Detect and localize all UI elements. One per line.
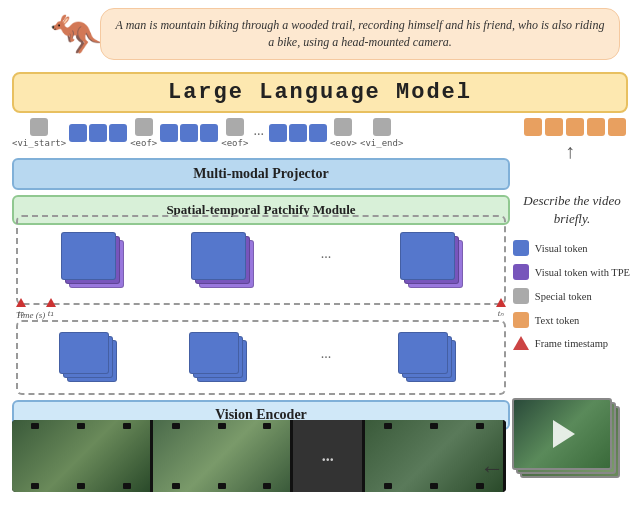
blue-token-group-2	[160, 124, 218, 142]
patch-stack-4	[59, 332, 124, 384]
legend-label-text-token: Text token	[535, 315, 579, 326]
patch-layer-2-front	[191, 232, 246, 280]
patch-stack-6	[398, 332, 463, 384]
perf-17	[430, 483, 438, 489]
perf-8	[218, 423, 226, 429]
blue-tok-7	[269, 124, 287, 142]
eof2-label: <eof>	[221, 138, 248, 148]
blue-tok-2	[89, 124, 107, 142]
perf-7	[172, 423, 180, 429]
text-tok-1	[524, 118, 542, 136]
caption-text: A man is mountain biking through a woode…	[116, 18, 605, 49]
perf-top-2	[153, 423, 291, 429]
kangaroo-icon: 🦘	[48, 4, 103, 64]
perf-top-1	[12, 423, 150, 429]
perf-bottom-3	[365, 483, 503, 489]
text-token-group-right	[524, 118, 626, 136]
legend-label-visual-token-tpe: Visual token with TPE	[535, 267, 630, 278]
perf-4	[31, 483, 39, 489]
blue-tok-9	[309, 124, 327, 142]
vi-end-token-group: <vi_end>	[360, 118, 403, 148]
token-row: <vi_start> <eof> <eof> ...	[12, 118, 510, 148]
eof1-token	[135, 118, 153, 136]
patch-layer-1-front	[61, 232, 116, 280]
patch-stack-3	[398, 230, 463, 290]
perf-6	[123, 483, 131, 489]
perf-18	[476, 483, 484, 489]
eov-label: <eov>	[330, 138, 357, 148]
blue-tok-6	[200, 124, 218, 142]
triangle-t0	[16, 298, 26, 307]
perf-16	[384, 483, 392, 489]
patch-layer-6-front	[398, 332, 448, 374]
blue-tok-8	[289, 124, 307, 142]
perf-bottom-2	[153, 483, 291, 489]
legend-label-frame-timestamp: Frame timestamp	[535, 338, 608, 349]
timestamp-t1: t₁	[46, 298, 56, 318]
upper-patch-area: ...	[16, 215, 506, 305]
perf-1	[31, 423, 39, 429]
eov-token-group: <eov>	[330, 118, 357, 148]
text-tok-2	[545, 118, 563, 136]
ts-label-tn: tₙ	[498, 308, 505, 318]
triangle-t1	[46, 298, 56, 307]
legend-item-visual-token-tpe: Visual token with TPE	[513, 264, 630, 280]
legend-swatch-purple	[513, 264, 529, 280]
arrow-up-icon: ↑	[565, 140, 575, 163]
legend-item-visual-token: Visual token	[513, 240, 630, 256]
time-s-label: Time (s)	[16, 310, 45, 320]
triangle-tn	[496, 298, 506, 307]
token-dots-middle: ...	[253, 123, 264, 143]
film-frame-2	[153, 420, 294, 492]
vi-end-token	[373, 118, 391, 136]
text-tok-5	[608, 118, 626, 136]
right-video-stack	[512, 398, 632, 488]
text-tok-3	[566, 118, 584, 136]
patch-stack-2	[189, 230, 254, 290]
llm-title: Large Language Model	[168, 80, 472, 105]
main-container: 🦘 A man is mountain biking through a woo…	[0, 0, 640, 507]
left-arrow-icon: ←	[480, 455, 504, 482]
legend-item-special-token: Special token	[513, 288, 630, 304]
film-dots: ...	[293, 420, 362, 492]
legend-item-text-token: Text token	[513, 312, 630, 328]
patch-dots-2: ...	[321, 346, 332, 366]
llm-title-bar: Large Language Model	[12, 72, 628, 113]
blue-tok-4	[160, 124, 178, 142]
blue-token-group-1	[69, 124, 127, 142]
blue-tok-1	[69, 124, 87, 142]
projector-label: Multi-modal Projector	[193, 166, 328, 181]
patch-stack-5	[189, 332, 254, 384]
perf-9	[263, 423, 271, 429]
legend-item-frame-timestamp: Frame timestamp	[513, 336, 630, 350]
eof1-label: <eof>	[130, 138, 157, 148]
eof2-token	[226, 118, 244, 136]
perf-10	[172, 483, 180, 489]
timestamp-row: t₀ t₁ tₙ	[16, 298, 506, 318]
legend-label-special-token: Special token	[535, 291, 592, 302]
vi-start-token	[30, 118, 48, 136]
legend-swatch-blue	[513, 240, 529, 256]
blue-token-group-3	[269, 124, 327, 142]
vi-end-label: <vi_end>	[360, 138, 403, 148]
eof1-token-group: <eof>	[130, 118, 157, 148]
perf-top-3	[365, 423, 503, 429]
patch-layer-5-front	[189, 332, 239, 374]
perf-2	[77, 423, 85, 429]
vi-start-token-group: <vi_start>	[12, 118, 66, 148]
legend-triangle-icon	[513, 336, 529, 350]
legend-swatch-gray	[513, 288, 529, 304]
video-frame-stack	[512, 398, 627, 486]
play-button-icon	[553, 420, 575, 448]
ts-label-t1: t₁	[48, 308, 55, 318]
eov-token	[334, 118, 352, 136]
legend: Visual token Visual token with TPE Speci…	[513, 240, 630, 350]
perf-5	[77, 483, 85, 489]
patch-layer-3-front	[400, 232, 455, 280]
perf-11	[218, 483, 226, 489]
legend-label-visual-token: Visual token	[535, 243, 588, 254]
perf-14	[430, 423, 438, 429]
projector-bar: Multi-modal Projector	[12, 158, 510, 190]
blue-tok-3	[109, 124, 127, 142]
perf-bottom-1	[12, 483, 150, 489]
